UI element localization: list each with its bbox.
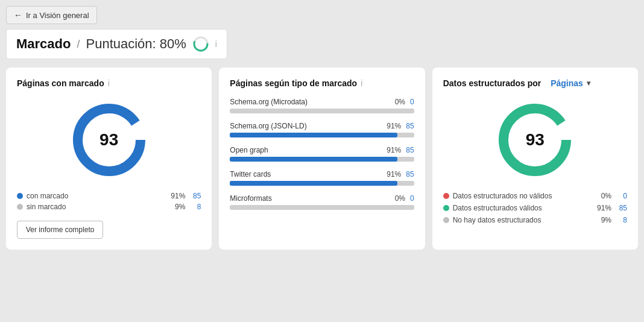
legend-item-con-marcado: con marcado 91% 85 — [17, 192, 201, 200]
bar-track-1 — [230, 133, 414, 137]
legend-item-valid: Datos estructurados válidos 91% 85 — [443, 204, 627, 212]
bar-right-1: 91% 85 — [387, 122, 414, 130]
card1-center-value: 93 — [99, 130, 118, 150]
card3-title-link[interactable]: Páginas — [551, 78, 583, 88]
bar-right-3: 91% 85 — [387, 170, 414, 178]
back-button-label: Ir a Visión general — [26, 11, 89, 20]
legend-item-none: No hay datos estructurados 9% 8 — [443, 216, 627, 224]
card1-legend: con marcado 91% 85 sin marcado 9% 8 — [17, 192, 201, 211]
bar-right-0: 0% 0 — [395, 98, 414, 106]
legend-dot-invalid — [443, 193, 449, 199]
bar-pct-2: 91% — [387, 146, 401, 154]
bar-label-4: Microformats — [230, 194, 271, 203]
bar-right-4: 0% 0 — [395, 194, 414, 203]
legend-label-valid: Datos estructurados válidos — [453, 204, 589, 212]
bar-pct-3: 91% — [387, 170, 401, 178]
card2-title: Páginas según tipo de marcado — [230, 78, 357, 88]
card-markup-types: Páginas según tipo de marcado i Schema.o… — [219, 68, 425, 250]
bar-count-1[interactable]: 85 — [406, 122, 414, 130]
full-report-button[interactable]: Ver informe completo — [17, 221, 103, 239]
legend-pct-none: 9% — [592, 216, 611, 224]
legend-dot-con-marcado — [17, 193, 23, 199]
score-donut-icon — [192, 36, 209, 52]
card-pages-with-markup: Páginas con marcado i 93 con marcado 91%… — [6, 68, 212, 250]
card1-title: Páginas con marcado — [17, 78, 104, 88]
bar-row-0: Schema.org (Microdata) 0% 0 — [230, 98, 414, 113]
legend-item-invalid: Datos estructurados no válidos 0% 0 — [443, 192, 627, 200]
bar-pct-0: 0% — [395, 98, 405, 106]
bar-fill-1 — [230, 133, 397, 137]
bar-pct-1: 91% — [387, 122, 401, 130]
cards-container: Páginas con marcado i 93 con marcado 91%… — [6, 68, 638, 250]
legend-label-con-marcado: con marcado — [27, 192, 162, 200]
title-info-icon[interactable]: i — [215, 39, 217, 49]
bar-row-3: Twitter cards 91% 85 — [230, 170, 414, 186]
card3-legend: Datos estructurados no válidos 0% 0 Dato… — [443, 192, 627, 224]
card2-info-icon[interactable]: i — [361, 78, 362, 88]
legend-pct-sin-marcado: 9% — [166, 203, 185, 211]
legend-count-none[interactable]: 8 — [615, 216, 627, 224]
back-arrow-icon: ← — [14, 10, 22, 20]
card-structured-data: Datos estructurados por Páginas ▾ 93 Dat… — [432, 68, 638, 250]
legend-dot-none — [443, 217, 449, 223]
bar-fill-2 — [230, 157, 397, 162]
score-text: Puntuación: 80% — [86, 36, 186, 52]
legend-label-invalid: Datos estructurados no válidos — [453, 192, 589, 200]
bar-row-header-4: Microformats 0% 0 — [230, 194, 414, 203]
title-bar: Marcado / Puntuación: 80% i — [6, 29, 227, 59]
card3-donut-container: 93 — [443, 98, 627, 182]
title-divider: / — [77, 38, 80, 51]
card1-info-icon[interactable]: i — [108, 78, 110, 88]
bar-count-0[interactable]: 0 — [410, 98, 414, 106]
bar-track-0 — [230, 109, 414, 113]
legend-count-valid[interactable]: 85 — [615, 204, 627, 212]
legend-item-sin-marcado: sin marcado 9% 8 — [17, 203, 201, 211]
legend-pct-valid: 91% — [592, 204, 611, 212]
bar-label-0: Schema.org (Microdata) — [230, 98, 308, 106]
bar-count-2[interactable]: 85 — [406, 146, 414, 154]
card2-header: Páginas según tipo de marcado i — [230, 78, 414, 88]
bar-track-4 — [230, 205, 414, 210]
card3-title-prefix: Datos estructurados por — [443, 78, 541, 88]
card1-donut: 93 — [67, 98, 151, 182]
bar-track-2 — [230, 157, 414, 162]
bar-label-3: Twitter cards — [230, 170, 271, 178]
bar-track-3 — [230, 181, 414, 186]
legend-count-sin-marcado[interactable]: 8 — [189, 203, 201, 211]
legend-pct-invalid: 0% — [592, 192, 611, 200]
bar-row-header-1: Schema.org (JSON-LD) 91% 85 — [230, 122, 414, 130]
card2-bars: Schema.org (Microdata) 0% 0 Schema.org (… — [230, 98, 414, 210]
legend-label-sin-marcado: sin marcado — [27, 203, 162, 211]
bar-fill-3 — [230, 181, 397, 186]
bar-row-1: Schema.org (JSON-LD) 91% 85 — [230, 122, 414, 137]
bar-row-header-0: Schema.org (Microdata) 0% 0 — [230, 98, 414, 106]
card1-header: Páginas con marcado i — [17, 78, 201, 88]
legend-pct-con-marcado: 91% — [166, 192, 185, 200]
card3-center-value: 93 — [526, 130, 545, 150]
bar-label-2: Open graph — [230, 146, 268, 154]
bar-row-header-2: Open graph 91% 85 — [230, 146, 414, 154]
bar-label-1: Schema.org (JSON-LD) — [230, 122, 306, 130]
card1-donut-container: 93 — [17, 98, 201, 182]
legend-dot-sin-marcado — [17, 204, 23, 210]
bar-count-3[interactable]: 85 — [406, 170, 414, 178]
bar-row-header-3: Twitter cards 91% 85 — [230, 170, 414, 178]
back-button[interactable]: ← Ir a Visión general — [6, 6, 97, 24]
legend-dot-valid — [443, 205, 449, 211]
page-title: Marcado — [16, 36, 71, 52]
legend-label-none: No hay datos estructurados — [453, 216, 589, 224]
card3-dropdown-icon[interactable]: ▾ — [587, 79, 590, 87]
bar-row-4: Microformats 0% 0 — [230, 194, 414, 210]
bar-count-4[interactable]: 0 — [410, 194, 414, 203]
legend-count-invalid[interactable]: 0 — [615, 192, 627, 200]
card3-header: Datos estructurados por Páginas ▾ — [443, 78, 627, 88]
bar-right-2: 91% 85 — [387, 146, 414, 154]
card3-donut: 93 — [493, 98, 577, 182]
bar-row-2: Open graph 91% 85 — [230, 146, 414, 162]
legend-count-con-marcado[interactable]: 85 — [189, 192, 201, 200]
bar-pct-4: 0% — [395, 194, 405, 203]
